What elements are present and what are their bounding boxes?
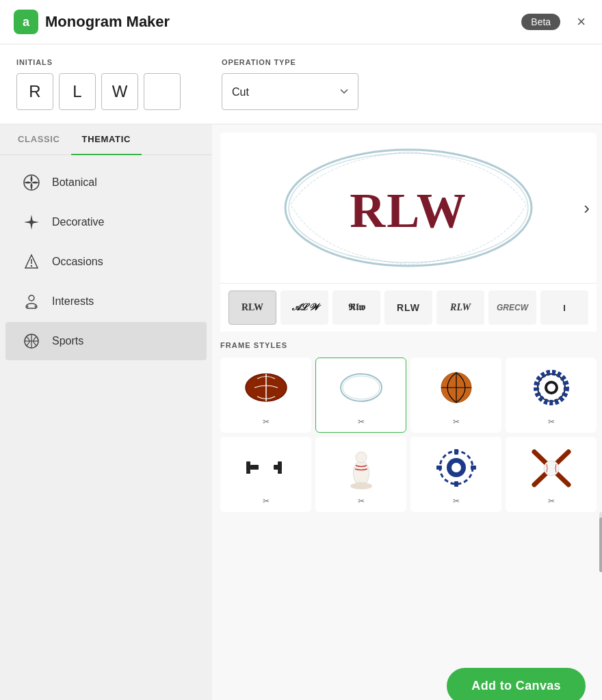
frame-cut-icon-baseball: ✂ <box>548 496 555 506</box>
font-style-5[interactable]: GRECW <box>488 291 536 325</box>
sidebar-item-decorative[interactable]: Decorative <box>5 203 207 241</box>
frame-cut-icon-football: ✂ <box>263 417 270 427</box>
svg-point-3 <box>31 265 32 267</box>
botanical-label: Botanical <box>52 176 97 189</box>
font-style-3[interactable]: RLW <box>384 291 432 325</box>
frame-img-compass <box>432 443 480 491</box>
frame-item-bowling[interactable]: ✂ <box>315 437 406 512</box>
sidebar-item-interests[interactable]: Interests <box>5 282 207 321</box>
header: a Monogram Maker Beta × <box>0 0 602 44</box>
frame-item-baseball[interactable]: ✂ <box>506 437 597 512</box>
scrollbar-track <box>599 512 602 526</box>
font-styles-row: RLW 𝒜ℒ𝒲 𝕽𝖑𝖜 RLW RLW GRECW I <box>220 283 597 332</box>
occasions-label: Occasions <box>52 256 103 268</box>
font-style-6[interactable]: I <box>540 291 588 325</box>
frame-cut-icon-compass: ✂ <box>453 496 460 506</box>
app-title: Monogram Maker <box>45 13 170 31</box>
svg-point-14 <box>341 374 382 401</box>
frame-img-hockey <box>527 364 575 412</box>
right-panel: RLW › RLW 𝒜ℒ𝒲 𝕽𝖑𝖜 RLW RLW GRECW I FRAME … <box>212 124 602 700</box>
tab-thematic[interactable]: THEMATIC <box>71 124 142 155</box>
operation-select[interactable]: Cut Draw Foil <box>222 73 358 110</box>
svg-rect-27 <box>246 471 250 474</box>
beta-badge: Beta <box>521 14 560 30</box>
svg-rect-39 <box>454 481 458 487</box>
preview-area: RLW › <box>220 133 597 283</box>
svg-rect-40 <box>436 466 442 470</box>
decorative-icon <box>22 213 41 232</box>
initial-w[interactable] <box>101 73 138 110</box>
svg-rect-28 <box>250 465 259 470</box>
frame-grid: ✂ ✂ <box>220 358 597 512</box>
close-button[interactable]: × <box>574 12 588 32</box>
category-list: Botanical <box>0 155 212 368</box>
initials-label: INITIALS <box>16 58 181 66</box>
frame-img-football <box>242 364 290 412</box>
interests-label: Interests <box>52 295 94 308</box>
decorative-label: Decorative <box>52 216 104 228</box>
sidebar-item-sports[interactable]: Sports <box>5 322 207 360</box>
frame-cut-icon-weights: ✂ <box>263 496 270 506</box>
initial-empty[interactable] <box>144 73 181 110</box>
frame-cut-icon-oval: ✂ <box>358 417 365 427</box>
frame-item-hockey[interactable]: ✂ <box>506 358 597 433</box>
svg-point-24 <box>547 383 555 392</box>
interests-icon <box>22 292 41 311</box>
svg-point-4 <box>29 295 34 301</box>
sidebar-item-occasions[interactable]: Occasions <box>5 243 207 281</box>
initials-inputs <box>16 73 181 110</box>
frame-img-basketball <box>432 364 480 412</box>
font-style-1[interactable]: 𝒜ℒ𝒲 <box>280 291 328 325</box>
font-style-0[interactable]: RLW <box>228 291 276 325</box>
frame-styles-section: FRAME STYLES <box>212 332 602 512</box>
preview-monogram: RLW <box>220 133 597 283</box>
frame-styles-title: FRAME STYLES <box>220 341 597 349</box>
main-content: CLASSIC THEMATIC Botanical <box>0 124 602 700</box>
operation-group: OPERATION TYPE Cut Draw Foil <box>222 58 358 110</box>
controls-row: INITIALS OPERATION TYPE Cut Draw Foil <box>0 44 602 124</box>
logo-icon: a <box>14 10 38 34</box>
botanical-icon <box>22 173 41 192</box>
svg-point-15 <box>343 376 380 399</box>
frame-item-weights[interactable]: ✂ <box>220 437 311 512</box>
svg-rect-25 <box>246 463 250 471</box>
svg-rect-26 <box>246 461 250 464</box>
frame-cut-icon-basketball: ✂ <box>453 417 460 427</box>
app-container: a Monogram Maker Beta × INITIALS OPERATI… <box>0 0 602 700</box>
frame-img-bowling <box>337 443 385 491</box>
tabs: CLASSIC THEMATIC <box>0 124 212 155</box>
frame-item-football[interactable]: ✂ <box>220 358 311 433</box>
preview-next-button[interactable]: › <box>584 198 590 219</box>
sidebar-item-botanical[interactable]: Botanical <box>5 163 207 202</box>
font-style-2[interactable]: 𝕽𝖑𝖜 <box>332 291 380 325</box>
frame-img-oval <box>337 364 385 412</box>
header-left: a Monogram Maker <box>14 10 170 34</box>
font-style-4[interactable]: RLW <box>436 291 484 325</box>
svg-rect-41 <box>471 466 476 470</box>
frame-item-basketball[interactable]: ✂ <box>410 358 501 433</box>
initials-group: INITIALS <box>16 58 181 110</box>
frame-img-weights <box>242 443 290 491</box>
occasions-icon <box>22 252 41 271</box>
tab-classic[interactable]: CLASSIC <box>7 124 71 155</box>
svg-text:RLW: RLW <box>350 183 467 238</box>
svg-point-37 <box>452 463 461 472</box>
svg-rect-30 <box>278 461 282 464</box>
sidebar: CLASSIC THEMATIC Botanical <box>0 124 212 700</box>
scrollbar-thumb[interactable] <box>599 517 602 572</box>
frame-item-oval[interactable]: ✂ <box>315 358 406 433</box>
operation-label: OPERATION TYPE <box>222 58 358 66</box>
frame-cut-icon-bowling: ✂ <box>358 496 365 506</box>
scrollbar-area <box>212 512 602 526</box>
frame-item-compass[interactable]: ✂ <box>410 437 501 512</box>
bottom-bar: Add to Canvas <box>0 657 602 700</box>
initial-l[interactable] <box>59 73 96 110</box>
sports-icon <box>22 332 41 351</box>
svg-rect-38 <box>454 449 458 455</box>
frame-img-baseball <box>527 443 575 491</box>
initial-r[interactable] <box>16 73 53 110</box>
sports-label: Sports <box>52 335 83 347</box>
svg-rect-31 <box>278 471 282 474</box>
frame-cut-icon-hockey: ✂ <box>548 417 555 427</box>
add-to-canvas-button[interactable]: Add to Canvas <box>447 668 586 700</box>
